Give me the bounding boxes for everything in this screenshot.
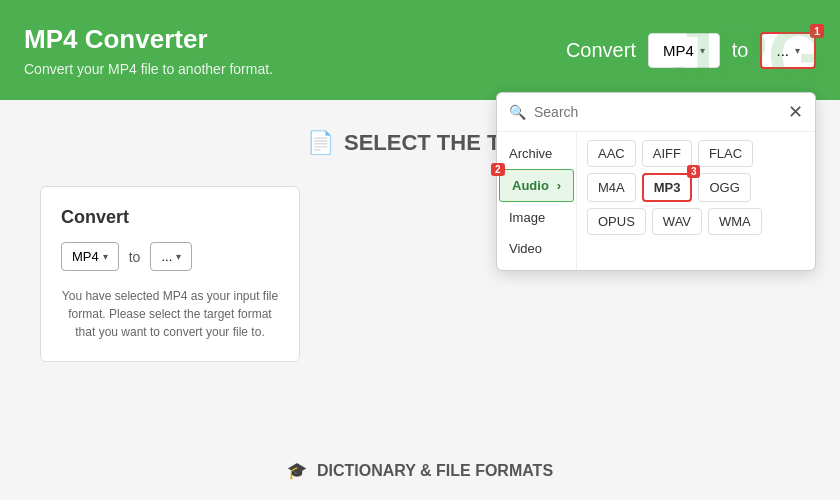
format-opus[interactable]: OPUS (587, 208, 646, 235)
category-list: Archive 2 Audio › Image Video (497, 132, 577, 270)
category-video-label: Video (509, 241, 542, 256)
close-button[interactable]: ✕ (788, 103, 803, 121)
convert-card-title: Convert (61, 207, 279, 228)
to-label: to (732, 39, 749, 62)
format-mp3[interactable]: MP3 (642, 173, 693, 202)
category-audio-label: Audio (512, 178, 549, 193)
dropdown-search-bar: 🔍 ✕ (497, 93, 815, 132)
format-wma[interactable]: WMA (708, 208, 762, 235)
category-image-label: Image (509, 210, 545, 225)
convert-label: Convert (566, 39, 636, 62)
source-format-button[interactable]: MP4 ▾ (648, 33, 720, 68)
badge-3: 3 (687, 165, 701, 178)
search-input[interactable] (534, 104, 780, 120)
card-source-format-label: MP4 (72, 249, 99, 264)
app-subtitle: Convert your MP4 file to another format. (24, 61, 273, 77)
convert-card-description: You have selected MP4 as your input file… (61, 287, 279, 341)
header: MP4 Converter Convert your MP4 file to a… (0, 0, 840, 100)
source-chevron-icon: ▾ (700, 45, 705, 56)
source-format-label: MP4 (663, 42, 694, 59)
target-chevron-icon: ▾ (795, 45, 800, 56)
target-format-label: ... (776, 42, 789, 59)
format-mp3-wrapper: 3 MP3 (642, 173, 693, 202)
format-flac[interactable]: FLAC (698, 140, 753, 167)
category-audio-arrow: › (557, 178, 561, 193)
card-source-format-button[interactable]: MP4 ▾ (61, 242, 119, 271)
category-video[interactable]: Video (497, 233, 576, 264)
convert-card-row: MP4 ▾ to ... ▾ (61, 242, 279, 271)
card-target-chevron-icon: ▾ (176, 251, 181, 262)
card-source-chevron-icon: ▾ (103, 251, 108, 262)
select-banner-icon: 📄 (307, 130, 334, 156)
card-target-format-button[interactable]: ... ▾ (150, 242, 192, 271)
format-wav[interactable]: WAV (652, 208, 702, 235)
search-icon: 🔍 (509, 104, 526, 120)
format-aiff[interactable]: AIFF (642, 140, 692, 167)
bottom-banner: 🎓 DICTIONARY & FILE FORMATS (0, 461, 840, 480)
app-title: MP4 Converter (24, 24, 273, 55)
category-archive[interactable]: Archive (497, 138, 576, 169)
format-grid: AAC AIFF FLAC M4A 3 MP3 OGG OPUS WAV WMA (577, 132, 815, 270)
card-target-format-label: ... (161, 249, 172, 264)
dropdown-body: Archive 2 Audio › Image Video (497, 132, 815, 270)
category-image[interactable]: Image (497, 202, 576, 233)
format-aac[interactable]: AAC (587, 140, 636, 167)
card-to-label: to (129, 249, 141, 265)
category-audio[interactable]: Audio › (499, 169, 574, 202)
format-m4a[interactable]: M4A (587, 173, 636, 202)
convert-card: Convert MP4 ▾ to ... ▾ You have selected… (40, 186, 300, 362)
badge-2: 2 (491, 163, 505, 176)
badge-1: 1 (810, 24, 824, 38)
header-right: Convert MP4 ▾ to 1 ... ▾ 🔍 ✕ Archive (566, 32, 816, 69)
format-ogg[interactable]: OGG (698, 173, 750, 202)
format-dropdown: 🔍 ✕ Archive 2 Audio › (496, 92, 816, 271)
bottom-label: DICTIONARY & FILE FORMATS (317, 462, 553, 480)
target-format-button[interactable]: 1 ... ▾ (760, 32, 816, 69)
bottom-icon: 🎓 (287, 461, 307, 480)
category-archive-label: Archive (509, 146, 552, 161)
header-left: MP4 Converter Convert your MP4 file to a… (24, 24, 273, 77)
category-audio-wrapper: 2 Audio › (497, 169, 576, 202)
